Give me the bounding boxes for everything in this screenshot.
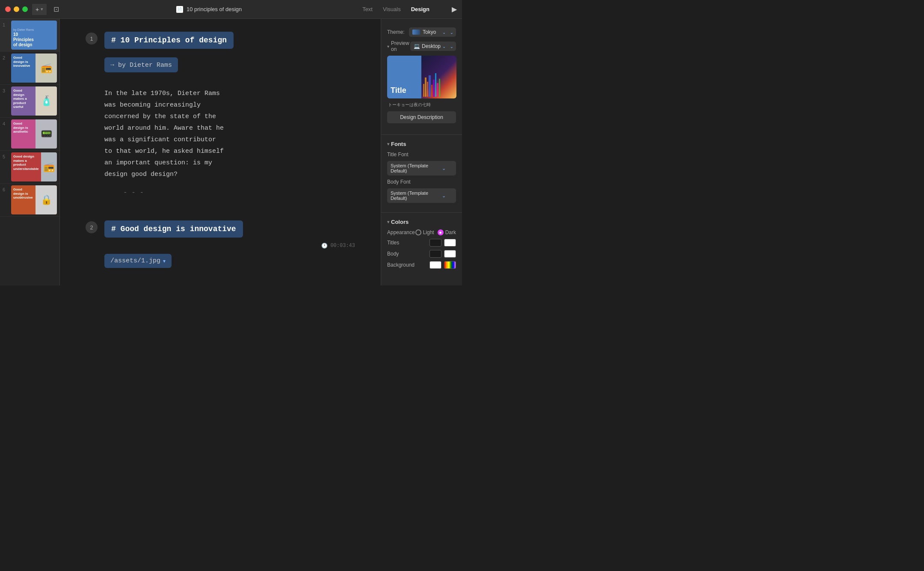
slide1-subheading-block[interactable]: → by Dieter Rams (104, 57, 178, 72)
dropdown-chevron: ▾ (41, 6, 43, 12)
theme-select[interactable]: Tokyo ⌄ (409, 27, 456, 37)
slide-panel[interactable]: 1 by Dieter Rams 10Principlesof design 2… (0, 19, 60, 286)
background-light-swatch[interactable] (429, 261, 441, 269)
preview-chevron-icon: ▾ (387, 44, 389, 49)
slide-thumbnail: Good design makes a product useful 🧴 (11, 86, 57, 116)
theme-chevron-icon: ⌄ (442, 30, 446, 35)
theme-select-wrapper[interactable]: Tokyo ⌄ (409, 27, 456, 37)
title-font-label: Title Font (387, 152, 409, 158)
design-description-button[interactable]: Design Description (387, 111, 456, 123)
minimize-button[interactable] (14, 6, 19, 12)
slide1-heading-text: # 10 Principles of design (111, 36, 227, 45)
slide-thumb-image: 🧴 (36, 86, 57, 116)
titles-light-swatch[interactable] (444, 239, 456, 247)
tab-text[interactable]: Text (359, 4, 376, 14)
background-color-row: Background (387, 261, 456, 269)
play-button[interactable]: ▶ (452, 5, 457, 13)
slide-item[interactable]: 1 by Dieter Rams 10Principlesof design (0, 19, 59, 52)
tab-design[interactable]: Design (408, 4, 433, 14)
body-color-row: Body (387, 250, 456, 258)
slide1-body-text[interactable]: In the late 1970s, Dieter Rams was becom… (104, 88, 355, 180)
traffic-lights (5, 6, 28, 12)
maximize-button[interactable] (22, 6, 28, 12)
dark-radio[interactable]: Dark (438, 229, 456, 235)
timer-row: 🕐 00:03:43 (104, 243, 355, 249)
title-font-select[interactable]: System (Template Default) ⌄ (387, 161, 456, 175)
slide-thumb-title: 10Principlesof design (13, 32, 55, 48)
preview-select[interactable]: 💻 Desktop ⌄ (410, 42, 456, 51)
theme-label: Theme: (387, 29, 405, 35)
slide-thumb-title: Good design makes a product useful (13, 89, 33, 109)
divider-text: - - - (104, 189, 355, 196)
preview-on-row: ▾ Preview on 💻 Desktop ⌄ (387, 40, 456, 52)
slide2-heading-text: # Good design is innovative (111, 225, 236, 233)
slide-block-2: 2 # Good design is innovative 🕐 00:03:43… (86, 220, 355, 268)
preview-label: Preview on (391, 40, 410, 52)
titles-dark-swatch[interactable] (429, 239, 441, 247)
editor-area[interactable]: 1 # 10 Principles of design → by Dieter … (60, 19, 381, 286)
slide-thumbnail: Good design makes a product understandab… (11, 152, 57, 181)
document-title: 10 principles of design (187, 6, 242, 12)
theme-row: Theme: Tokyo ⌄ (387, 27, 456, 37)
slide-item[interactable]: 6 Good design is unobtrusive 🔒 (0, 184, 59, 217)
slide-content-2[interactable]: # Good design is innovative 🕐 00:03:43 /… (104, 220, 355, 268)
slide-item[interactable]: 4 Good design is aesthetic 📟 (0, 118, 59, 151)
colors-label: Colors (391, 219, 409, 225)
slide1-heading-block[interactable]: # 10 Principles of design (104, 32, 234, 49)
title-font-row: Title Font (387, 152, 456, 158)
fonts-label: Fonts (391, 141, 406, 147)
background-rainbow-swatch[interactable] (444, 261, 456, 269)
slide-block-1: 1 # 10 Principles of design → by Dieter … (86, 32, 355, 203)
desktop-icon: 💻 (414, 43, 420, 49)
timer-text: 00:03:43 (330, 243, 355, 249)
body-dark-swatch[interactable] (429, 250, 441, 258)
slide-thumb-image: 📻 (36, 54, 57, 83)
slide-number: 4 (3, 119, 9, 149)
slide-thumbnail: by Dieter Rams 10Principlesof design (11, 21, 57, 50)
preview-caption: トーキョーは夜の七時 (387, 102, 456, 108)
slide-thumb-title: Good design makes a product understandab… (13, 155, 39, 171)
divider (381, 212, 462, 213)
slide-thumbnail: Good design is innovative 📻 (11, 54, 57, 83)
new-slide-button[interactable]: + ▾ (32, 4, 47, 15)
slide-item[interactable]: 2 Good design is innovative 📻 (0, 52, 59, 85)
slide-number: 3 (3, 86, 9, 116)
appearance-label: Appearance (387, 229, 415, 235)
body-font-row: Body Font (387, 179, 456, 185)
body-font-select[interactable]: System (Template Default) ⌄ (387, 188, 456, 203)
theme-flag-icon (412, 30, 420, 35)
body-color-label: Body (387, 251, 399, 257)
slide-content-1[interactable]: # 10 Principles of design → by Dieter Ra… (104, 32, 355, 203)
slide1-subheading-text: → by Dieter Rams (110, 62, 172, 69)
close-button[interactable] (5, 6, 11, 12)
titlebar-right: Text Visuals Design ▶ (359, 4, 457, 14)
light-radio[interactable]: Light (415, 229, 434, 235)
sidebar-toggle-button[interactable]: ⊡ (53, 5, 59, 13)
slide-item[interactable]: 3 Good design makes a product useful 🧴 (0, 85, 59, 118)
asset-block[interactable]: /assets/1.jpg ▾ (104, 254, 172, 268)
preview-select-wrapper[interactable]: 💻 Desktop ⌄ (410, 42, 456, 51)
fonts-section: ▾ Fonts Title Font System (Template Defa… (381, 137, 462, 210)
slide-number: 6 (3, 185, 9, 214)
dark-label: Dark (445, 229, 456, 235)
slide2-heading-block[interactable]: # Good design is innovative (104, 220, 243, 238)
slide-thumb-subtitle: by Dieter Rams (13, 28, 55, 31)
fonts-section-header: ▾ Fonts (387, 141, 456, 147)
body-light-swatch[interactable] (444, 250, 456, 258)
divider (381, 134, 462, 135)
tab-visuals[interactable]: Visuals (379, 4, 404, 14)
slide-number: 2 (3, 54, 9, 83)
theme-section: Theme: Tokyo ⌄ ▾ Preview on 💻 (381, 24, 462, 132)
slide-indicator-2: 2 # Good design is innovative 🕐 00:03:43… (86, 220, 355, 268)
asset-path: /assets/1.jpg (110, 257, 160, 265)
slide-thumb-image: 📟 (36, 119, 57, 149)
titlebar: + ▾ ⊡ 📄 10 principles of design Text Vis… (0, 0, 462, 19)
slide-thumb-title: Good design is unobtrusive (13, 187, 33, 200)
slide-item[interactable]: 5 Good design makes a product understand… (0, 151, 59, 184)
colors-section-header: ▾ Colors (387, 219, 456, 225)
background-color-swatches (429, 261, 456, 269)
slide-thumb-title: Good design is innovative (13, 56, 33, 68)
background-color-label: Background (387, 262, 415, 268)
slide-badge-1: 1 (86, 33, 98, 45)
body-font-label: Body Font (387, 179, 411, 185)
